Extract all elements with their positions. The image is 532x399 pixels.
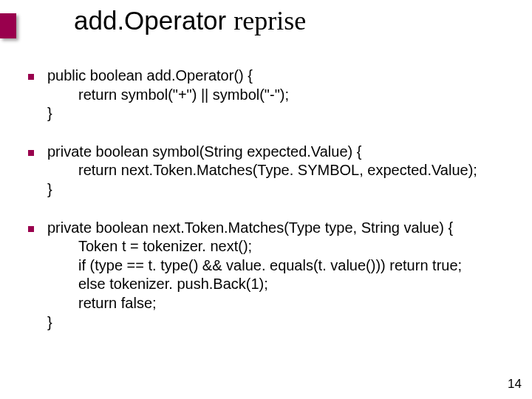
bullet-icon — [28, 226, 34, 232]
title-part2: reprise — [233, 6, 306, 35]
code-line: return symbol("+") || symbol("-"); — [28, 86, 510, 105]
code-block: private boolean next.Token.Matches(Type … — [28, 219, 510, 332]
page-number: 14 — [508, 377, 522, 392]
code-line: else tokenizer. push.Back(1); — [28, 275, 510, 294]
code-line: return false; — [28, 294, 510, 313]
code-signature: private boolean next.Token.Matches(Type … — [47, 219, 510, 238]
bullet-icon — [28, 74, 34, 80]
slide-title: add.Operator reprise — [74, 6, 306, 36]
bullet-icon — [28, 150, 34, 156]
code-line: Token t = tokenizer. next(); — [28, 237, 510, 256]
code-signature: public boolean add.Operator() { — [47, 66, 510, 86]
slide: add.Operator reprise public boolean add.… — [0, 0, 532, 399]
code-close: } — [28, 180, 510, 200]
code-block: private boolean symbol(String expected.V… — [28, 143, 510, 200]
code-close: } — [28, 313, 510, 332]
title-part1: add.Operator — [74, 6, 226, 35]
accent-bar — [0, 13, 16, 38]
code-close: } — [28, 104, 510, 123]
code-block: public boolean add.Operator() { return s… — [28, 66, 510, 123]
code-signature: private boolean symbol(String expected.V… — [47, 143, 510, 162]
slide-body: public boolean add.Operator() { return s… — [28, 66, 510, 351]
code-line: if (type == t. type() && value. equals(t… — [28, 256, 510, 276]
code-line: return next.Token.Matches(Type. SYMBOL, … — [28, 161, 510, 180]
